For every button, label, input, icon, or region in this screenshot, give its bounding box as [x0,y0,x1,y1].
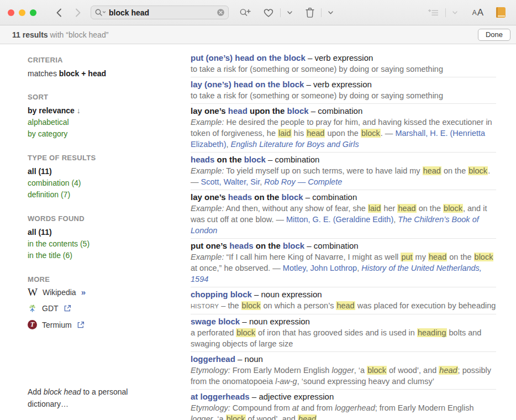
book-icon [496,7,506,18]
criteria-value: matches block + head [28,68,153,79]
result-title[interactable]: put one’s heads on the block – combinati… [191,240,496,251]
match-highlight: block [443,204,463,213]
search-input[interactable]: block head [91,6,229,19]
more-link-termium[interactable]: TTermium [28,320,153,329]
zoom-window-button[interactable] [30,9,36,16]
result-row: chopping block – noun expressionHISTORY … [191,287,496,314]
result-title[interactable]: heads on the block – combination [191,154,496,165]
text-segment: a perforated [191,328,236,337]
add-to-personal-dictionary-link[interactable]: Add block head to a personal dictionary… [28,386,141,410]
result-row: swage block – noun expressiona perforate… [191,314,496,352]
result-title[interactable]: loggerhead – noun [191,354,496,365]
sidebar-option-definition-7[interactable]: definition (7) [28,189,153,201]
heart-icon [263,8,274,18]
more-link-wikipedia[interactable]: WWikipedia» [28,287,153,297]
headword: heads [228,192,252,202]
result-title[interactable]: at loggerheads – adjective expression [191,391,496,402]
text-segment: – verb expression [306,53,373,62]
sidebar-option-in-the-contents-5[interactable]: in the contents (5) [28,238,153,250]
new-search-button[interactable] [236,7,254,19]
text-segment: on the [252,192,281,202]
result-title[interactable]: lay one’s head upon the block – combinat… [191,106,496,117]
sidebar-option-all-11[interactable]: all (11) [28,227,153,238]
text-segment: And then, without any show of fear, she [224,204,367,213]
match-highlight: block [367,366,387,375]
text-segment: logger [331,366,354,375]
sidebar-option-by-category[interactable]: by category [28,128,153,140]
close-window-button[interactable] [8,9,14,16]
delete-menu-button[interactable] [325,9,336,16]
text-segment: From Early Modern English [230,366,332,375]
match-highlight: block [241,301,261,310]
text-segment: HISTORY [191,303,219,309]
text-segment: and from [299,403,335,412]
text-segment: at once,” he observed. — [191,264,283,272]
text-segment: Etymology: [191,403,230,412]
minimize-window-button[interactable] [19,9,25,16]
result-row: at loggerheads – adjective expressionEty… [191,390,496,420]
text-segment: l-aw-g [275,377,297,386]
text-segment: put one’s [191,241,229,250]
text-segment: , [226,140,230,149]
more-section: MORE WWikipedia»GDTTTermium [28,275,153,336]
search-menu-icon[interactable] [94,8,107,17]
headword: block [283,241,304,250]
text-size-icon: A [477,7,484,18]
results-summary-bar: 11 results with “block head” Done [0,25,516,44]
result-body: Example: He desired the people to pray f… [191,117,496,150]
results-list: put (one’s) head on the block – verb exp… [163,44,516,420]
result-title[interactable]: swage block – noun expression [191,316,496,327]
dictionary-book-button[interactable] [493,6,508,19]
text-segment: upon the [248,106,287,116]
result-title[interactable]: lay one’s heads on the block – combinati… [191,192,496,203]
search-value[interactable]: block head [109,8,217,17]
done-button[interactable]: Done [478,29,510,41]
sidebar-option-alphabetical[interactable]: alphabetical [28,117,153,128]
sidebar-option-all-11[interactable]: all (11) [28,166,153,177]
back-button[interactable] [52,7,66,19]
sidebar: CRITERIA matches block + head SORT by re… [0,44,163,420]
result-title[interactable]: chopping block – noun expression [191,289,496,300]
result-body: to take a risk for (something or someone… [191,90,496,101]
favorites-menu-button[interactable] [284,9,296,16]
sort-direction-icon: ↓ [75,106,81,115]
citation-link[interactable]: Motley, John Lothrop [283,264,357,272]
chevron-left-icon [55,8,62,18]
delete-control [302,6,336,19]
citation-link[interactable]: Mitton, G. E. (Geraldine Edith) [286,215,393,224]
entry-list-control [424,7,461,18]
favorites-button[interactable] [260,7,277,19]
sidebar-option-in-the-title-6[interactable]: in the title (6) [28,250,153,261]
text-segment: on the [417,204,443,213]
citation-link[interactable]: Rob Roy — Complete [264,177,342,186]
result-title[interactable]: put (one’s) head on the block – verb exp… [191,53,496,64]
content-area: CRITERIA matches block + head SORT by re… [0,44,516,420]
sidebar-option-combination-4[interactable]: combination (4) [28,177,153,189]
criteria-header: CRITERIA [28,56,153,64]
sidebar-option-by-relevance[interactable]: by relevance ↓ [28,105,153,117]
window-controls [8,9,36,16]
entry-list-menu-button [449,9,461,16]
text-segment: lay one’s [191,192,228,202]
text-segment: Example: [191,118,224,127]
citation-link[interactable]: English Literature for Boys and Girls [231,140,359,149]
type-of-results-section: TYPE OF RESULTS all (11)combination (4)d… [28,154,153,201]
more-link-gdt[interactable]: GDT [28,303,153,313]
headword: heads [191,155,214,164]
more-link-label: Termium [42,321,72,329]
citation-link[interactable]: Scott, Walter, Sir [201,177,260,186]
more-header: MORE [28,275,153,284]
text-segment: To yield myself up on such terms, were t… [224,166,422,175]
headword: block [287,106,308,116]
sort-header: SORT [28,93,153,101]
clear-search-button[interactable] [217,8,225,17]
result-body: Etymology: Compound from at and from log… [191,402,496,420]
delete-button[interactable] [302,6,318,19]
result-title[interactable]: lay (one’s) head on the block – verb exp… [191,79,496,90]
headword: block [244,155,266,164]
text-segment: on the [214,155,244,164]
text-segment: was placed for execution by beheading [355,301,496,310]
text-size-button[interactable]: AA [470,6,487,19]
words-found-section: WORDS FOUND all (11)in the contents (5)i… [28,214,153,261]
headword: chopping block [191,290,252,299]
